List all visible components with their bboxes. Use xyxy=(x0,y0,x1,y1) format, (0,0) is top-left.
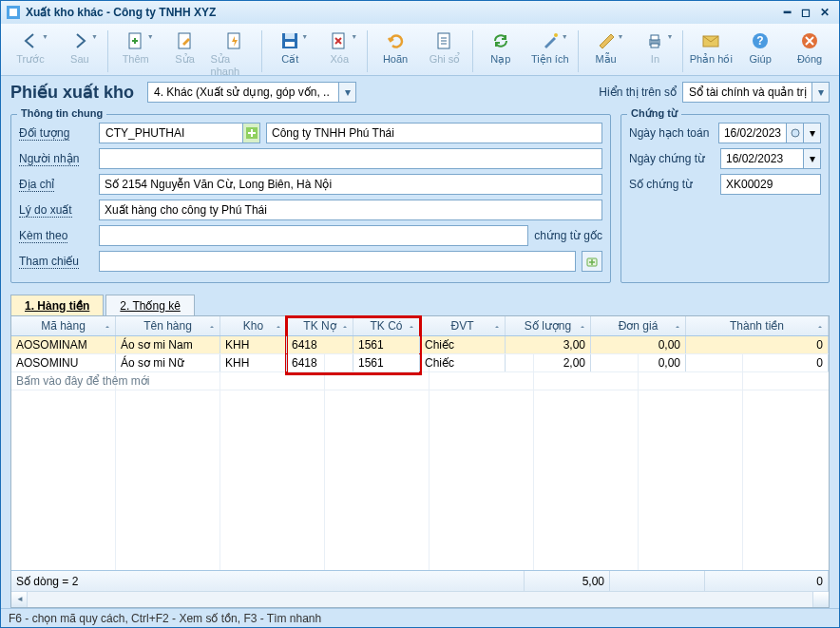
grid-body[interactable]: AOSOMINAMÁo sơ mi NamKHH64181561Chiếc3,0… xyxy=(11,336,829,570)
help-btn[interactable]: ?Giúp xyxy=(736,28,784,75)
doc-pen-icon xyxy=(175,30,196,51)
print-btn: In▼ xyxy=(631,28,678,75)
cell-amt[interactable]: 0 xyxy=(686,354,829,371)
book-combo[interactable]: Sổ tài chính và quản trị ▾ xyxy=(682,82,830,103)
doc-plus-icon xyxy=(125,30,146,51)
undo-btn[interactable]: Hoãn xyxy=(372,28,419,75)
edit-btn: Sửa xyxy=(162,28,209,75)
pin-icon xyxy=(674,321,681,329)
back-btn: Trước▼ xyxy=(7,28,54,75)
cell-code[interactable]: AOSOMINU xyxy=(11,354,116,371)
save-btn[interactable]: Cất▼ xyxy=(266,28,314,75)
maximize-button[interactable]: ◻ xyxy=(797,5,814,20)
postdate-dropdown-button[interactable]: ▾ xyxy=(804,123,821,143)
cell-wh[interactable]: KHH xyxy=(220,336,287,353)
col-header[interactable]: Thành tiền xyxy=(686,316,829,335)
cell-cr[interactable]: 1561 xyxy=(353,336,420,353)
col-header[interactable]: ĐVT xyxy=(420,316,506,335)
svg-rect-12 xyxy=(651,44,659,48)
cell-price[interactable]: 0,00 xyxy=(591,354,686,371)
undo-icon xyxy=(385,30,406,51)
cell-qty[interactable]: 3,00 xyxy=(506,336,591,353)
cell-price[interactable]: 0,00 xyxy=(591,336,686,353)
chevron-down-icon: ▾ xyxy=(338,83,355,102)
pin-icon xyxy=(208,321,216,329)
col-header[interactable]: Kho xyxy=(220,316,287,335)
template-btn[interactable]: Mẫu▼ xyxy=(582,28,630,75)
postdate-picker-button[interactable] xyxy=(787,123,804,143)
cell-dr[interactable]: 6418 xyxy=(287,354,353,371)
type-combo[interactable]: 4. Khác (Xuất sử dụng, góp vốn, .. ▾ xyxy=(147,82,356,103)
chevron-down-icon: ▼ xyxy=(301,33,308,40)
chevron-down-icon: ▼ xyxy=(147,33,154,40)
object-name-input[interactable]: Công ty TNHH Phú Thái xyxy=(266,123,602,143)
chevron-down-icon: ▾ xyxy=(811,83,829,102)
cell-cr[interactable]: 1561 xyxy=(353,354,420,371)
col-header[interactable]: Đơn giá xyxy=(591,316,686,335)
tab-stats[interactable]: 2. Thống kê xyxy=(105,295,194,315)
receiver-label[interactable]: Người nhận xyxy=(19,152,93,165)
ref-input[interactable] xyxy=(99,251,576,272)
col-header[interactable]: Số lượng xyxy=(506,316,591,335)
table-row[interactable]: AOSOMINAMÁo sơ mi NamKHH64181561Chiếc3,0… xyxy=(11,336,829,354)
svg-text:?: ? xyxy=(757,34,764,48)
price-total-cell xyxy=(610,571,705,591)
arrow-right-icon xyxy=(69,30,90,51)
cell-name[interactable]: Áo sơ mi Nam xyxy=(116,336,220,353)
cell-dr[interactable]: 6418 xyxy=(287,336,353,353)
cell-wh[interactable]: KHH xyxy=(220,354,287,371)
header-row: Phiếu xuất kho 4. Khác (Xuất sử dụng, gó… xyxy=(1,76,839,108)
type-combo-text: 4. Khác (Xuất sử dụng, góp vốn, .. xyxy=(154,86,330,99)
horizontal-scrollbar[interactable]: ◄► xyxy=(11,591,829,607)
chevron-down-icon: ▼ xyxy=(562,33,568,40)
ruler-icon xyxy=(596,30,617,51)
attach-label[interactable]: Kèm theo xyxy=(19,229,93,242)
ref-label[interactable]: Tham chiếu xyxy=(19,255,93,268)
cell-qty[interactable]: 2,00 xyxy=(506,354,591,371)
cell-unit[interactable]: Chiếc xyxy=(420,354,506,371)
receiver-input[interactable] xyxy=(99,148,602,169)
svg-point-9 xyxy=(554,33,558,37)
voucher-box: Chứng từ Ngày hạch toán 16/02/2023 ▾ Ngà… xyxy=(620,114,830,283)
status-text: F6 - chọn mã quy cách, Ctrl+F2 - Xem số … xyxy=(9,612,321,625)
reason-label[interactable]: Lý do xuất xyxy=(19,203,93,217)
arrow-left-icon xyxy=(20,30,41,51)
chevron-down-icon: ▼ xyxy=(351,33,357,40)
cell-amt[interactable]: 0 xyxy=(686,336,829,353)
minimize-button[interactable]: ━ xyxy=(778,5,795,20)
window: Xuất kho khác - Công ty TNHH XYZ ━ ◻ ✕ T… xyxy=(0,0,840,628)
pin-icon xyxy=(579,321,586,329)
wand-icon xyxy=(540,30,561,51)
object-label[interactable]: Đối tượng xyxy=(19,126,93,140)
vdate-input[interactable]: 16/02/2023 xyxy=(720,148,804,169)
load-btn[interactable]: Nạp xyxy=(477,28,525,75)
table-row[interactable]: AOSOMINUÁo sơ mi NữKHH64181561Chiếc2,000… xyxy=(11,354,829,372)
attach-input[interactable] xyxy=(99,225,528,246)
tab-items[interactable]: 1. Hàng tiền xyxy=(10,295,104,315)
vdate-dropdown-button[interactable]: ▾ xyxy=(804,148,821,169)
util-btn[interactable]: Tiện ích▼ xyxy=(526,28,574,75)
floppy-icon xyxy=(279,30,300,51)
ref-add-button[interactable] xyxy=(582,251,602,272)
col-header[interactable]: Mã hàng xyxy=(11,316,116,335)
col-header[interactable]: TK Nợ xyxy=(287,316,353,335)
close-btn[interactable]: Đóng xyxy=(786,28,833,75)
postdate-input[interactable]: 16/02/2023 xyxy=(718,123,787,143)
address-label[interactable]: Địa chỉ xyxy=(19,178,93,191)
feedback-btn[interactable]: Phản hồi xyxy=(687,28,735,75)
general-legend: Thông tin chung xyxy=(17,107,106,119)
svg-rect-5 xyxy=(285,33,295,39)
col-header[interactable]: TK Có xyxy=(353,316,420,335)
object-code-combo[interactable]: CTY_PHUTHAI xyxy=(99,123,260,143)
cell-unit[interactable]: Chiếc xyxy=(420,336,506,353)
address-input[interactable]: Số 2154 Nguyễn Văn Cừ, Long Biên, Hà Nội xyxy=(99,174,602,195)
cell-name[interactable]: Áo sơ mi Nữ xyxy=(116,354,220,371)
vno-input[interactable]: XK00029 xyxy=(720,174,821,195)
reason-input[interactable]: Xuất hàng cho công ty Phú Thái xyxy=(99,200,602,220)
grid-header: Mã hàngTên hàngKhoTK NợTK CóĐVTSố lượngĐ… xyxy=(11,316,829,336)
delete-btn: Xóa▼ xyxy=(315,28,363,75)
new-row[interactable]: Bấm vào đây để thêm mới xyxy=(11,372,829,390)
cell-code[interactable]: AOSOMINAM xyxy=(11,336,116,353)
window-close-button[interactable]: ✕ xyxy=(816,5,833,20)
col-header[interactable]: Tên hàng xyxy=(116,316,220,335)
